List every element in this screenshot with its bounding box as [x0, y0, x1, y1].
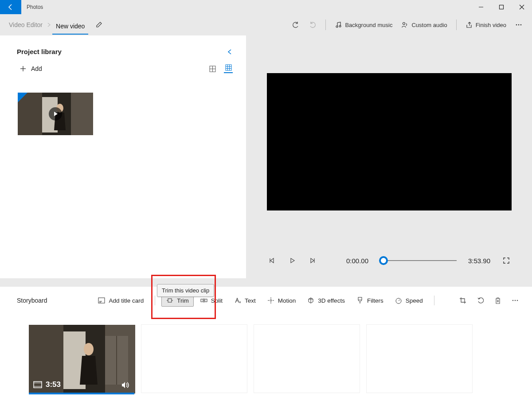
selected-corner-icon [18, 93, 27, 102]
speed-icon [395, 297, 402, 304]
large-grid-view-button[interactable] [208, 64, 217, 73]
separator [155, 296, 155, 305]
speed-label: Speed [406, 297, 423, 304]
background-music-button[interactable]: Background music [330, 19, 397, 31]
project-library-panel: Project library Add [0, 35, 246, 278]
split-icon [200, 297, 207, 304]
svg-point-9 [520, 24, 522, 26]
svg-point-5 [403, 23, 405, 25]
storyboard-empty-slot[interactable] [366, 324, 473, 393]
library-clip-thumbnail[interactable] [18, 93, 93, 135]
motion-icon [267, 297, 274, 304]
titlebar: Photos [0, 0, 532, 14]
finish-video-button[interactable]: Finish video [461, 19, 511, 31]
rename-button[interactable] [95, 21, 102, 28]
separator [456, 19, 457, 30]
svg-point-54 [84, 343, 94, 355]
separator [325, 19, 326, 30]
seek-thumb[interactable] [379, 256, 388, 265]
svg-rect-22 [71, 93, 93, 135]
svg-point-3 [339, 25, 341, 27]
storyboard-clip[interactable]: 3:53 [28, 324, 135, 393]
3d-effects-label: 3D effects [318, 297, 345, 304]
small-grid-view-button[interactable] [224, 64, 233, 73]
delete-button[interactable] [495, 297, 501, 304]
redo-button[interactable] [304, 18, 321, 31]
svg-rect-57 [34, 382, 42, 388]
storyboard-panel: Storyboard Add title card Trim Split [0, 287, 532, 413]
export-icon [466, 21, 473, 28]
svg-point-48 [515, 300, 516, 301]
add-label: Add [31, 65, 42, 72]
svg-rect-15 [226, 65, 231, 70]
breadcrumb-root[interactable]: Video Editor [5, 19, 46, 31]
storyboard-empty-slot[interactable] [254, 324, 360, 393]
svg-point-47 [512, 300, 514, 301]
next-frame-button[interactable] [308, 256, 317, 265]
play-button[interactable] [288, 256, 297, 265]
add-title-card-label: Add title card [109, 297, 144, 304]
text-icon [234, 297, 241, 304]
music-icon [335, 21, 342, 28]
svg-rect-35 [205, 299, 207, 302]
rotate-button[interactable] [477, 297, 484, 304]
split-label: Split [211, 297, 223, 304]
svg-point-8 [518, 24, 520, 26]
svg-rect-1 [500, 5, 504, 9]
add-title-card-button[interactable]: Add title card [93, 294, 149, 307]
svg-point-49 [517, 300, 518, 301]
storyboard-title: Storyboard [17, 297, 47, 304]
background-music-label: Background music [345, 22, 392, 28]
storyboard-more-button[interactable] [512, 297, 519, 304]
undo-button[interactable] [287, 18, 304, 31]
trim-tooltip: Trim this video clip [157, 284, 214, 297]
back-button[interactable] [0, 0, 21, 14]
filters-icon [356, 297, 364, 304]
3d-effects-button[interactable]: 3D effects [302, 294, 350, 307]
chevron-right-icon [46, 23, 52, 27]
prev-frame-button[interactable] [267, 256, 276, 265]
filters-label: Filters [367, 297, 383, 304]
maximize-button[interactable] [491, 0, 512, 14]
text-button[interactable]: Text [229, 294, 261, 307]
custom-audio-label: Custom audio [411, 22, 447, 28]
preview-video[interactable] [267, 73, 512, 210]
current-time: 0:00.00 [346, 257, 368, 265]
3d-effects-icon [307, 297, 314, 304]
clip-duration: 3:53 [46, 380, 61, 389]
speed-button[interactable]: Speed [390, 294, 428, 307]
crop-button[interactable] [459, 297, 466, 304]
trim-icon [166, 297, 173, 304]
title-card-icon [98, 297, 105, 304]
svg-rect-33 [201, 299, 203, 302]
breadcrumb-current[interactable]: New video [52, 20, 88, 35]
clip-volume-button[interactable] [121, 381, 130, 389]
collapse-library-button[interactable] [227, 49, 233, 55]
project-library-title: Project library [17, 48, 62, 55]
trim-label: Trim [177, 297, 189, 304]
seek-slider[interactable] [380, 260, 457, 261]
minimize-button[interactable] [471, 0, 491, 14]
svg-line-46 [399, 300, 400, 301]
svg-rect-31 [168, 299, 172, 302]
filters-button[interactable]: Filters [352, 294, 388, 307]
total-duration: 3:53.90 [468, 257, 490, 265]
play-overlay-icon [49, 107, 62, 121]
storyboard-empty-slot[interactable] [141, 324, 247, 393]
motion-label: Motion [278, 297, 296, 304]
close-button[interactable] [512, 0, 532, 14]
command-bar: Video Editor New video Background music … [0, 14, 532, 35]
custom-audio-button[interactable]: Custom audio [397, 19, 451, 31]
separator [434, 296, 434, 305]
finish-video-label: Finish video [476, 22, 506, 28]
motion-button[interactable]: Motion [262, 294, 301, 307]
filmstrip-icon [33, 381, 42, 388]
fullscreen-button[interactable] [502, 256, 511, 265]
svg-rect-43 [358, 297, 362, 300]
more-button[interactable] [511, 19, 527, 31]
add-media-button[interactable]: Add [20, 65, 42, 72]
svg-point-38 [270, 300, 272, 301]
svg-point-7 [516, 24, 517, 26]
plus-icon [20, 65, 27, 72]
app-title: Photos [21, 0, 471, 14]
